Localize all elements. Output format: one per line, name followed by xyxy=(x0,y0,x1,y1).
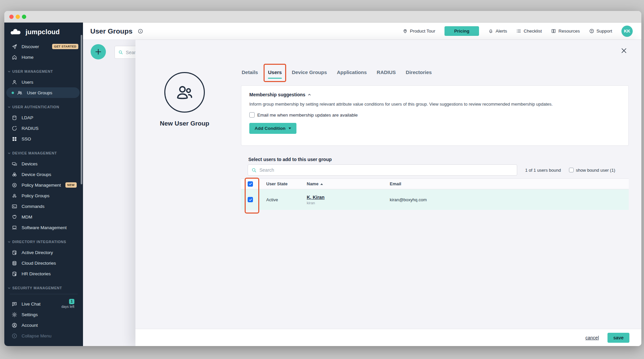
checklist-icon xyxy=(516,29,521,34)
info-icon[interactable] xyxy=(138,29,143,34)
bell-icon xyxy=(488,29,493,34)
user-state-value: Active xyxy=(266,197,307,202)
alerts-button[interactable]: Alerts xyxy=(488,29,507,34)
tab-users[interactable]: Users xyxy=(268,68,282,76)
app-window: jumpcloud Discover GET STARTED Home USER… xyxy=(4,11,641,346)
stacked-database-icon xyxy=(12,260,17,266)
users-search-input[interactable] xyxy=(259,167,514,173)
caret-down-icon xyxy=(288,128,291,129)
user-name-link[interactable]: K, Kiran xyxy=(307,195,325,200)
checklist-button[interactable]: Checklist xyxy=(516,29,542,34)
policy-group-icon xyxy=(12,193,17,199)
minimize-window-button[interactable] xyxy=(16,15,20,19)
section-device-management[interactable]: DEVICE MANAGEMENT xyxy=(4,148,83,158)
cancel-button[interactable]: cancel xyxy=(586,335,599,340)
search-icon xyxy=(251,167,257,173)
tab-radius[interactable]: RADIUS xyxy=(377,68,396,76)
save-button[interactable]: save xyxy=(607,333,629,343)
sidebar-item-policy-groups[interactable]: Policy Groups xyxy=(4,190,83,201)
chevron-down-icon xyxy=(7,286,11,290)
email-updates-checkbox[interactable] xyxy=(249,112,255,118)
maximize-window-button[interactable] xyxy=(22,15,26,19)
sidebar-item-settings[interactable]: Settings xyxy=(4,309,83,320)
column-name[interactable]: Name xyxy=(307,181,390,186)
show-bound-user-checkbox[interactable] xyxy=(569,168,574,172)
sort-ascending-icon xyxy=(320,183,323,185)
chevron-down-icon xyxy=(7,70,11,73)
panel-footer: cancel save xyxy=(135,329,641,346)
sidebar-item-sso[interactable]: SSO xyxy=(4,134,83,144)
logo-text: jumpcloud xyxy=(26,28,60,36)
column-user-state[interactable]: User State xyxy=(266,181,307,186)
sidebar-item-account[interactable]: Account xyxy=(4,320,83,330)
sidebar-item-home[interactable]: Home xyxy=(4,52,83,62)
panel-title: New User Group xyxy=(145,120,224,127)
devices-icon xyxy=(12,161,17,167)
users-table-header: User State Name Email xyxy=(241,178,629,189)
add-condition-button[interactable]: Add Condition xyxy=(249,123,296,134)
user-avatar[interactable]: KK xyxy=(621,26,633,37)
sidebar-item-devices[interactable]: Devices xyxy=(4,158,83,169)
sidebar-item-discover[interactable]: Discover GET STARTED xyxy=(4,41,83,52)
sso-grid-icon xyxy=(12,136,17,142)
sidebar-item-software-management[interactable]: Software Management xyxy=(4,222,83,233)
discover-icon xyxy=(12,44,17,49)
sidebar-scrollbar[interactable] xyxy=(81,35,82,184)
sidebar-item-mdm[interactable]: MDM xyxy=(4,212,83,222)
sidebar-item-collapse-menu[interactable]: Collapse Menu xyxy=(4,330,83,341)
tab-applications[interactable]: Applications xyxy=(337,68,367,76)
support-button[interactable]: Support xyxy=(589,29,612,34)
section-directory-integrations[interactable]: DIRECTORY INTEGRATIONS xyxy=(4,236,83,247)
gear-icon xyxy=(12,312,17,317)
resources-button[interactable]: Resources xyxy=(551,29,580,34)
sidebar-item-device-groups[interactable]: Device Groups xyxy=(4,169,83,180)
target-icon xyxy=(12,182,17,188)
sidebar-item-ldap[interactable]: LDAP xyxy=(4,112,83,123)
chevron-down-icon xyxy=(7,151,11,155)
check-icon xyxy=(249,198,252,202)
column-email[interactable]: Email xyxy=(390,181,629,186)
map-pin-icon xyxy=(403,29,408,34)
sidebar-item-live-chat[interactable]: Live Chat 1 days left xyxy=(4,299,83,309)
sidebar-item-hr-directories[interactable]: HR Directories xyxy=(4,268,83,279)
page-title: User Groups xyxy=(90,27,132,35)
section-user-authentication[interactable]: USER AUTHENTICATION xyxy=(4,102,83,112)
close-icon[interactable] xyxy=(620,47,627,55)
home-icon xyxy=(12,54,17,60)
top-header: User Groups Product Tour Pricing Alerts xyxy=(83,23,641,40)
sidebar-item-cloud-directories[interactable]: Cloud Directories xyxy=(4,258,83,268)
sidebar-item-policy-management[interactable]: Policy Management NEW xyxy=(4,180,83,190)
sidebar-item-user-groups[interactable]: User Groups xyxy=(6,87,80,98)
panel-tabs: Details Users Device Groups Applications… xyxy=(242,64,432,80)
tab-directories[interactable]: Directories xyxy=(406,68,432,76)
membership-suggestions-toggle[interactable]: Membership suggestions xyxy=(249,92,620,97)
tab-device-groups[interactable]: Device Groups xyxy=(292,68,327,76)
sidebar-item-users[interactable]: Users xyxy=(4,77,83,87)
sidebar-item-radius[interactable]: RADIUS xyxy=(4,123,83,134)
laptop-icon xyxy=(12,225,17,230)
product-tour-button[interactable]: Product Tour xyxy=(403,29,435,34)
add-user-group-button[interactable] xyxy=(91,44,106,59)
new-user-group-panel: New User Group Details Users Device Grou… xyxy=(135,40,641,346)
chevron-down-icon xyxy=(7,105,11,109)
chevron-up-icon xyxy=(307,93,311,97)
sidebar-item-active-directory[interactable]: Active Directory xyxy=(4,247,83,258)
new-badge: NEW xyxy=(65,182,77,188)
select-users-heading: Select users to add to this user group xyxy=(248,157,332,162)
section-user-management[interactable]: USER MANAGEMENT xyxy=(4,66,83,77)
user-group-icon xyxy=(174,82,195,103)
users-search-box xyxy=(248,164,517,176)
check-icon xyxy=(249,182,252,186)
row-checkbox[interactable] xyxy=(248,197,253,202)
pricing-button[interactable]: Pricing xyxy=(444,26,479,36)
search-icon xyxy=(118,49,123,55)
user-icon xyxy=(12,79,17,85)
active-indicator-dot xyxy=(12,92,14,94)
close-window-button[interactable] xyxy=(9,15,14,19)
book-icon xyxy=(551,29,556,34)
sidebar-item-commands[interactable]: Commands xyxy=(4,201,83,212)
section-security-management[interactable]: SECURITY MANAGEMENT xyxy=(4,283,83,293)
tab-details[interactable]: Details xyxy=(242,68,258,76)
user-group-avatar xyxy=(164,72,205,113)
select-all-checkbox[interactable] xyxy=(248,181,253,187)
